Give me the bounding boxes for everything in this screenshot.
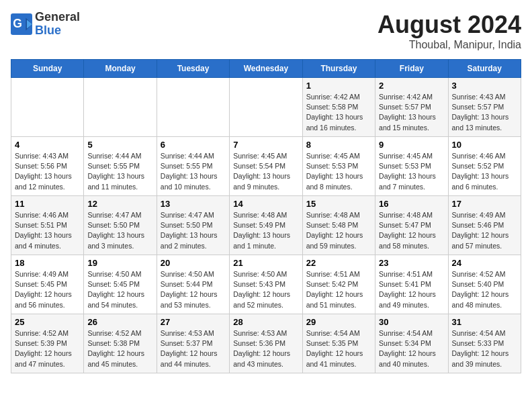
day-number: 7 xyxy=(233,140,298,150)
day-number: 15 xyxy=(306,199,371,209)
day-info: Sunrise: 4:54 AMSunset: 5:33 PMDaylight:… xyxy=(452,328,517,369)
day-info: Sunrise: 4:42 AMSunset: 5:57 PMDaylight:… xyxy=(379,92,444,133)
calendar-cell: 24Sunrise: 4:52 AMSunset: 5:40 PMDayligh… xyxy=(448,255,521,314)
day-number: 27 xyxy=(161,317,226,327)
calendar-cell: 17Sunrise: 4:49 AMSunset: 5:46 PMDayligh… xyxy=(448,196,521,255)
week-row-5: 25Sunrise: 4:52 AMSunset: 5:39 PMDayligh… xyxy=(11,314,521,373)
day-number: 3 xyxy=(452,81,517,91)
day-number: 30 xyxy=(379,317,444,327)
day-info: Sunrise: 4:48 AMSunset: 5:47 PMDaylight:… xyxy=(379,210,444,251)
day-number: 14 xyxy=(233,199,298,209)
day-info: Sunrise: 4:44 AMSunset: 5:55 PMDaylight:… xyxy=(161,151,226,192)
calendar-cell: 8Sunrise: 4:45 AMSunset: 5:53 PMDaylight… xyxy=(302,137,375,196)
day-number: 4 xyxy=(15,140,80,150)
calendar-cell: 12Sunrise: 4:47 AMSunset: 5:50 PMDayligh… xyxy=(84,196,157,255)
calendar-cell: 4Sunrise: 4:43 AMSunset: 5:56 PMDaylight… xyxy=(11,137,84,196)
day-number: 29 xyxy=(306,317,371,327)
day-number: 8 xyxy=(306,140,371,150)
calendar-cell: 10Sunrise: 4:46 AMSunset: 5:52 PMDayligh… xyxy=(448,137,521,196)
day-number: 28 xyxy=(233,317,298,327)
day-info: Sunrise: 4:54 AMSunset: 5:35 PMDaylight:… xyxy=(306,328,371,369)
day-number: 16 xyxy=(379,199,444,209)
day-info: Sunrise: 4:49 AMSunset: 5:45 PMDaylight:… xyxy=(15,269,80,310)
day-info: Sunrise: 4:54 AMSunset: 5:34 PMDaylight:… xyxy=(379,328,444,369)
day-number: 18 xyxy=(15,258,80,268)
day-number: 24 xyxy=(452,258,517,268)
day-info: Sunrise: 4:47 AMSunset: 5:50 PMDaylight:… xyxy=(161,210,226,251)
calendar-cell xyxy=(157,78,229,137)
calendar-cell: 2Sunrise: 4:42 AMSunset: 5:57 PMDaylight… xyxy=(375,78,448,137)
calendar-cell: 23Sunrise: 4:51 AMSunset: 5:41 PMDayligh… xyxy=(375,255,448,314)
calendar-cell: 27Sunrise: 4:53 AMSunset: 5:37 PMDayligh… xyxy=(157,314,229,373)
calendar-cell: 13Sunrise: 4:47 AMSunset: 5:50 PMDayligh… xyxy=(157,196,229,255)
calendar-cell: 19Sunrise: 4:50 AMSunset: 5:45 PMDayligh… xyxy=(84,255,157,314)
calendar-cell: 9Sunrise: 4:45 AMSunset: 5:53 PMDaylight… xyxy=(375,137,448,196)
day-number: 21 xyxy=(233,258,298,268)
day-number: 17 xyxy=(452,199,517,209)
calendar-cell: 29Sunrise: 4:54 AMSunset: 5:35 PMDayligh… xyxy=(302,314,375,373)
day-info: Sunrise: 4:51 AMSunset: 5:42 PMDaylight:… xyxy=(306,269,371,310)
calendar-cell: 28Sunrise: 4:53 AMSunset: 5:36 PMDayligh… xyxy=(230,314,302,373)
day-info: Sunrise: 4:45 AMSunset: 5:54 PMDaylight:… xyxy=(233,151,298,192)
calendar-cell: 31Sunrise: 4:54 AMSunset: 5:33 PMDayligh… xyxy=(448,314,521,373)
day-info: Sunrise: 4:52 AMSunset: 5:40 PMDaylight:… xyxy=(452,269,517,310)
day-info: Sunrise: 4:42 AMSunset: 5:58 PMDaylight:… xyxy=(306,92,371,133)
calendar-cell: 22Sunrise: 4:51 AMSunset: 5:42 PMDayligh… xyxy=(302,255,375,314)
page-header: G General Blue August 2024 Thoubal, Mani… xyxy=(11,11,521,51)
logo-blue: Blue xyxy=(35,24,61,37)
day-number: 13 xyxy=(161,199,226,209)
calendar-cell: 26Sunrise: 4:52 AMSunset: 5:38 PMDayligh… xyxy=(84,314,157,373)
day-header-thursday: Thursday xyxy=(302,60,375,78)
day-number: 12 xyxy=(87,199,152,209)
calendar-cell: 11Sunrise: 4:46 AMSunset: 5:51 PMDayligh… xyxy=(11,196,84,255)
day-header-saturday: Saturday xyxy=(448,60,521,78)
page-subtitle: Thoubal, Manipur, India xyxy=(378,39,521,51)
title-block: August 2024 Thoubal, Manipur, India xyxy=(378,11,521,51)
day-header-tuesday: Tuesday xyxy=(157,60,229,78)
day-info: Sunrise: 4:50 AMSunset: 5:45 PMDaylight:… xyxy=(87,269,152,310)
day-info: Sunrise: 4:48 AMSunset: 5:49 PMDaylight:… xyxy=(233,210,298,251)
day-number: 19 xyxy=(87,258,152,268)
day-number: 6 xyxy=(161,140,226,150)
day-number: 25 xyxy=(15,317,80,327)
day-info: Sunrise: 4:53 AMSunset: 5:37 PMDaylight:… xyxy=(161,328,226,369)
calendar-cell: 14Sunrise: 4:48 AMSunset: 5:49 PMDayligh… xyxy=(230,196,302,255)
week-row-1: 1Sunrise: 4:42 AMSunset: 5:58 PMDaylight… xyxy=(11,78,521,137)
day-header-monday: Monday xyxy=(84,60,157,78)
day-info: Sunrise: 4:48 AMSunset: 5:48 PMDaylight:… xyxy=(306,210,371,251)
calendar-cell: 3Sunrise: 4:43 AMSunset: 5:57 PMDaylight… xyxy=(448,78,521,137)
week-row-4: 18Sunrise: 4:49 AMSunset: 5:45 PMDayligh… xyxy=(11,255,521,314)
week-row-3: 11Sunrise: 4:46 AMSunset: 5:51 PMDayligh… xyxy=(11,196,521,255)
day-number: 26 xyxy=(87,317,152,327)
calendar-cell xyxy=(84,78,157,137)
day-info: Sunrise: 4:50 AMSunset: 5:44 PMDaylight:… xyxy=(161,269,226,310)
day-number: 20 xyxy=(161,258,226,268)
day-number: 31 xyxy=(452,317,517,327)
calendar-cell: 5Sunrise: 4:44 AMSunset: 5:55 PMDaylight… xyxy=(84,137,157,196)
calendar-cell: 1Sunrise: 4:42 AMSunset: 5:58 PMDaylight… xyxy=(302,78,375,137)
week-row-2: 4Sunrise: 4:43 AMSunset: 5:56 PMDaylight… xyxy=(11,137,521,196)
day-info: Sunrise: 4:49 AMSunset: 5:46 PMDaylight:… xyxy=(452,210,517,251)
header-row: SundayMondayTuesdayWednesdayThursdayFrid… xyxy=(11,60,521,78)
calendar-cell: 21Sunrise: 4:50 AMSunset: 5:43 PMDayligh… xyxy=(230,255,302,314)
day-info: Sunrise: 4:50 AMSunset: 5:43 PMDaylight:… xyxy=(233,269,298,310)
day-info: Sunrise: 4:52 AMSunset: 5:38 PMDaylight:… xyxy=(87,328,152,369)
calendar-table: SundayMondayTuesdayWednesdayThursdayFrid… xyxy=(11,59,521,373)
calendar-cell: 7Sunrise: 4:45 AMSunset: 5:54 PMDaylight… xyxy=(230,137,302,196)
day-number: 11 xyxy=(15,199,80,209)
day-info: Sunrise: 4:43 AMSunset: 5:57 PMDaylight:… xyxy=(452,92,517,133)
day-number: 1 xyxy=(306,81,371,91)
calendar-cell: 18Sunrise: 4:49 AMSunset: 5:45 PMDayligh… xyxy=(11,255,84,314)
day-info: Sunrise: 4:46 AMSunset: 5:51 PMDaylight:… xyxy=(15,210,80,251)
page-title: August 2024 xyxy=(378,11,521,39)
day-info: Sunrise: 4:52 AMSunset: 5:39 PMDaylight:… xyxy=(15,328,80,369)
day-info: Sunrise: 4:53 AMSunset: 5:36 PMDaylight:… xyxy=(233,328,298,369)
day-header-friday: Friday xyxy=(375,60,448,78)
day-info: Sunrise: 4:44 AMSunset: 5:55 PMDaylight:… xyxy=(87,151,152,192)
day-number: 9 xyxy=(379,140,444,150)
svg-text:G: G xyxy=(13,17,22,30)
logo-general: General xyxy=(35,10,80,24)
day-header-wednesday: Wednesday xyxy=(230,60,302,78)
calendar-cell: 16Sunrise: 4:48 AMSunset: 5:47 PMDayligh… xyxy=(375,196,448,255)
day-number: 23 xyxy=(379,258,444,268)
